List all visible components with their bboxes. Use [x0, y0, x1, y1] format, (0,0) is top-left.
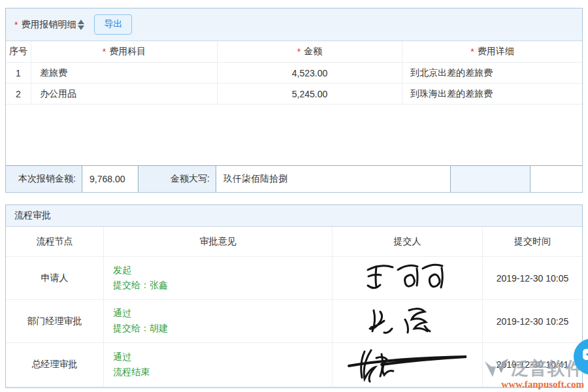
cell-detail: 到北京出差的差旅费: [402, 63, 582, 83]
cell-category: 办公用品: [31, 84, 217, 104]
cell-no: 2: [6, 84, 31, 104]
cell-submitter-signature: [332, 300, 482, 342]
summary-empty-cell: [451, 166, 531, 192]
spinner-up-icon[interactable]: [78, 20, 84, 24]
column-header-label: 费用科目: [109, 46, 146, 57]
amount-in-words-value: 玖仟柒佰陆拾捌: [216, 166, 451, 192]
approval-panel-titlebar: 流程审批: [6, 205, 582, 226]
approval-flow-panel: 流程审批 流程节点 审批意见 提交人 提交时间 申请人 发起 提交给：张鑫: [5, 204, 583, 388]
total-amount-label: 本次报销金额:: [6, 166, 82, 192]
required-mark: *: [297, 46, 301, 57]
empty-table-area: [6, 105, 582, 165]
cell-submit-time: 2019-12-30 10:05: [482, 257, 582, 299]
opinion-target: 提交给：张鑫: [113, 280, 168, 291]
sort-spinner[interactable]: [78, 20, 84, 30]
table-row: 部门经理审批 通过 提交给：胡建 2019-12-30 10:25: [6, 300, 582, 343]
export-button[interactable]: 导出: [94, 14, 132, 35]
column-header-amount: * 金额: [217, 41, 402, 62]
cell-flow-node: 部门经理审批: [6, 300, 103, 342]
opinion-action: 通过: [113, 308, 131, 319]
expense-detail-panel: * 费用报销明细 导出 序号 * 费用科目 * 金额: [5, 8, 583, 193]
required-mark: *: [14, 20, 18, 30]
column-header-label: 金额: [304, 46, 322, 57]
spinner-down-icon[interactable]: [78, 25, 84, 30]
expense-toolbar: * 费用报销明细 导出: [6, 8, 582, 41]
cell-flow-node: 申请人: [6, 257, 103, 299]
opinion-target: 提交给：胡建: [113, 323, 168, 335]
cell-amount: 5,245.00: [217, 84, 402, 104]
column-header-submitter: 提交人: [332, 227, 482, 256]
cell-approval-opinion: 通过 流程结束: [103, 343, 332, 386]
expense-table: 序号 * 费用科目 * 金额 * 费用详细 1 差旅费 4,523.00: [6, 41, 582, 165]
cell-no: 1: [6, 63, 31, 83]
column-header-opinion: 审批意见: [103, 227, 332, 256]
summary-empty-cell: [531, 166, 582, 192]
column-header-label: 费用详细: [478, 46, 514, 57]
cell-submitter-signature: [332, 257, 482, 299]
chat-bubble-icon: [582, 348, 588, 366]
approval-panel-title: 流程审批: [14, 210, 51, 221]
page: * 费用报销明细 导出 序号 * 费用科目 * 金额: [0, 0, 588, 392]
expense-table-header-row: 序号 * 费用科目 * 金额 * 费用详细: [6, 41, 582, 63]
table-row: 总经理审批 通过 流程结束 2019-12-30 10:41: [6, 343, 582, 386]
total-amount-value: 9,768.00: [82, 166, 139, 192]
opinion-target: 流程结束: [113, 367, 150, 378]
approval-table: 流程节点 审批意见 提交人 提交时间 申请人 发起 提交给：张鑫: [6, 226, 582, 386]
table-row[interactable]: 1 差旅费 4,523.00 到北京出差的差旅费: [6, 63, 582, 84]
column-header-time: 提交时间: [482, 227, 582, 256]
column-header-category: * 费用科目: [31, 41, 217, 62]
signature-image: [362, 304, 453, 339]
cell-amount: 4,523.00: [217, 63, 402, 83]
amount-in-words-label: 金额大写:: [139, 166, 216, 192]
cell-category: 差旅费: [31, 63, 217, 83]
opinion-action: 通过: [113, 351, 131, 363]
summary-row: 本次报销金额: 9,768.00 金额大写: 玖仟柒佰陆拾捌: [6, 165, 582, 192]
cell-submit-time: 2019-12-30 10:25: [482, 300, 582, 342]
required-mark: *: [470, 46, 474, 57]
column-header-node: 流程节点: [6, 227, 103, 256]
column-header-label: 序号: [9, 46, 27, 57]
expense-panel-title: 费用报销明细: [21, 19, 76, 31]
cell-detail: 到珠海出差的差旅费: [402, 84, 582, 104]
cell-approval-opinion: 发起 提交给：张鑫: [103, 257, 332, 299]
table-row: 申请人 发起 提交给：张鑫 2019-12-30 10:05: [6, 257, 582, 300]
opinion-action: 发起: [113, 265, 131, 276]
approval-table-header-row: 流程节点 审批意见 提交人 提交时间: [6, 227, 582, 257]
required-mark: *: [103, 46, 106, 57]
cell-submit-time: 2019-12-30 10:41: [482, 343, 582, 386]
column-header-detail: * 费用详细: [402, 41, 582, 62]
column-header-no: 序号: [6, 41, 31, 62]
signature-image: [342, 346, 473, 383]
signature-image: [359, 261, 457, 296]
cell-approval-opinion: 通过 提交给：胡建: [103, 300, 332, 342]
table-row[interactable]: 2 办公用品 5,245.00 到珠海出差的差旅费: [6, 84, 582, 105]
cell-flow-node: 总经理审批: [6, 343, 103, 386]
cell-submitter-signature: [332, 343, 482, 386]
